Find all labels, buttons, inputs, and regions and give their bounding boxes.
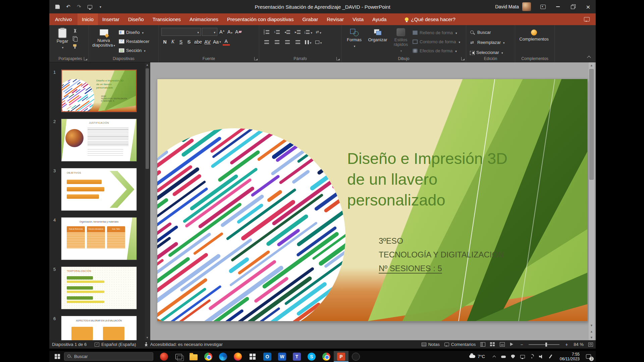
- scroll-up-icon[interactable]: [145, 62, 150, 67]
- font-color-button[interactable]: A: [223, 38, 230, 46]
- slide-thumbnail-4[interactable]: 4 Organización, herramientas y materiale…: [61, 218, 137, 260]
- redo-icon[interactable]: [76, 4, 82, 10]
- restore-button[interactable]: [566, 0, 581, 13]
- network-icon[interactable]: [529, 354, 534, 359]
- bold-button[interactable]: N: [161, 38, 168, 46]
- ribbon-tab-presentacion-con-diapositivas[interactable]: Presentación con diapositivas: [223, 13, 298, 25]
- normal-view-button[interactable]: [480, 342, 485, 347]
- onedrive-icon[interactable]: [501, 354, 506, 359]
- line-spacing-button[interactable]: [304, 28, 313, 36]
- increase-indent-button[interactable]: [293, 28, 302, 36]
- game-launcher-icon[interactable]: [157, 351, 171, 362]
- italic-button[interactable]: K: [169, 38, 176, 46]
- slide-thumbnail-6[interactable]: 6 ASPECTOS A VALORAR EN LA EVALUACIÓN: [61, 316, 137, 340]
- quick-styles-button[interactable]: Estilos rápidos: [391, 27, 411, 55]
- chrome-icon[interactable]: [201, 351, 216, 362]
- slide-thumbnail-1[interactable]: 1 Diseño e Impresión 3D de un llavero pe…: [61, 70, 137, 112]
- font-name-select[interactable]: [161, 28, 201, 36]
- text-direction-button[interactable]: [314, 28, 323, 36]
- slide-thumbnail-2[interactable]: 2 JUSTIFICACIÓN: [61, 119, 137, 161]
- ribbon-tab-diseno[interactable]: Diseño: [124, 13, 148, 25]
- start-button[interactable]: [51, 351, 64, 362]
- decrease-font-size-button[interactable]: A: [226, 28, 233, 36]
- scroll-down-icon[interactable]: [145, 335, 150, 340]
- pen-icon[interactable]: [548, 354, 553, 359]
- replace-button[interactable]: Reemplazar: [469, 38, 506, 47]
- notification-center-button[interactable]: 3: [583, 351, 594, 362]
- addins-button[interactable]: Complementos: [518, 27, 550, 55]
- thumbnail-scrollbar[interactable]: [145, 62, 150, 340]
- scroll-up-icon[interactable]: [589, 62, 594, 68]
- account-name[interactable]: David Mata: [495, 4, 519, 9]
- feedback-button[interactable]: [584, 13, 596, 25]
- copy-icon[interactable]: [72, 36, 78, 41]
- ribbon-tab-transiciones[interactable]: Transiciones: [148, 13, 185, 25]
- undo-icon[interactable]: [65, 4, 71, 10]
- slide-subtitle-text[interactable]: 3ºESO TECNOLOGÍA Y DIGITALIZACIÓN Nº SES…: [379, 234, 504, 275]
- file-explorer-icon[interactable]: [186, 351, 201, 362]
- reset-slide-button[interactable]: Restablecer: [118, 37, 150, 46]
- clipboard-dialog-launcher-icon[interactable]: [84, 57, 87, 60]
- section-button[interactable]: Sección: [118, 46, 150, 55]
- taskbar-search[interactable]: Buscar: [64, 352, 153, 361]
- numbering-button[interactable]: [272, 28, 281, 36]
- save-icon[interactable]: [55, 4, 60, 10]
- decrease-indent-button[interactable]: [283, 28, 292, 36]
- tray-expand-icon[interactable]: [492, 354, 497, 359]
- touch-mode-icon[interactable]: [87, 4, 93, 10]
- change-case-button[interactable]: Aa: [212, 38, 222, 46]
- ribbon-tab-ayuda[interactable]: Ayuda: [368, 13, 391, 25]
- new-slide-button[interactable]: Nuevadiapositiva: [92, 27, 116, 55]
- taskbar-clock[interactable]: 7:55 06/11/2023: [556, 352, 583, 361]
- format-painter-icon[interactable]: [72, 44, 78, 49]
- convert-smartart-button[interactable]: [314, 38, 323, 46]
- drawing-dialog-launcher-icon[interactable]: [461, 57, 465, 60]
- previous-slide-button[interactable]: [589, 328, 594, 334]
- slide-layout-button[interactable]: Diseño: [118, 28, 150, 37]
- shape-outline-button[interactable]: Contorno de forma: [413, 38, 460, 45]
- character-spacing-button[interactable]: AV: [204, 38, 211, 46]
- clear-formatting-button[interactable]: A: [234, 28, 242, 36]
- powerpoint-icon[interactable]: P: [334, 351, 348, 362]
- account-avatar[interactable]: [522, 2, 531, 11]
- cut-icon[interactable]: [72, 28, 78, 34]
- accessibility-status[interactable]: Accesibilidad: es necesario investigar: [144, 342, 223, 347]
- edge-icon[interactable]: [216, 351, 230, 362]
- zoom-level[interactable]: 84 %: [574, 342, 584, 347]
- fit-to-window-icon[interactable]: [588, 343, 593, 347]
- shape-effects-button[interactable]: Efectos de forma: [413, 47, 460, 54]
- thumbnail-4-canvas[interactable]: Organización, herramientas y materiales …: [61, 218, 137, 260]
- ribbon-tab-inicio[interactable]: Inicio: [77, 13, 98, 25]
- next-slide-button[interactable]: [589, 335, 594, 340]
- thumbnail-2-canvas[interactable]: JUSTIFICACIÓN: [61, 119, 137, 161]
- word-icon[interactable]: W: [275, 351, 289, 362]
- ribbon-tab-grabar[interactable]: Grabar: [298, 13, 322, 25]
- columns-button[interactable]: [304, 38, 313, 46]
- thumbnail-5-canvas[interactable]: TEMPORALIZACIÓN: [61, 267, 137, 309]
- teams-icon[interactable]: T: [289, 351, 304, 362]
- text-shadow-button[interactable]: abe: [194, 38, 203, 46]
- bullets-button[interactable]: [262, 28, 271, 36]
- customize-qat-icon[interactable]: [98, 4, 103, 10]
- thumbnail-6-canvas[interactable]: ASPECTOS A VALORAR EN LA EVALUACIÓN: [61, 316, 137, 340]
- vertical-scrollbar[interactable]: [589, 62, 594, 340]
- arrange-button[interactable]: Organizar: [366, 27, 389, 55]
- reading-view-button[interactable]: [500, 342, 505, 347]
- paragraph-dialog-launcher-icon[interactable]: [336, 57, 340, 60]
- slide-title-text[interactable]: Diseño e Impresión 3D de un llavero pers…: [347, 148, 508, 210]
- ribbon-display-options-icon[interactable]: [540, 5, 546, 9]
- thumbnail-3-canvas[interactable]: OBJETIVOS: [61, 168, 137, 210]
- underline-button[interactable]: S: [177, 38, 184, 46]
- scroll-down-icon[interactable]: [589, 322, 594, 328]
- font-size-select[interactable]: [202, 28, 217, 36]
- outlook-icon[interactable]: O: [260, 351, 275, 362]
- strikethrough-button[interactable]: S: [185, 38, 193, 46]
- ribbon-tab-revisar[interactable]: Revisar: [322, 13, 348, 25]
- minimize-button[interactable]: [550, 0, 566, 13]
- find-button[interactable]: Buscar: [469, 28, 506, 37]
- thumbnail-1-canvas[interactable]: Diseño e Impresión 3D de un llavero pers…: [61, 70, 137, 112]
- shape-fill-button[interactable]: Relleno de forma: [413, 29, 460, 36]
- language-status[interactable]: Español (España): [95, 342, 136, 347]
- security-icon[interactable]: [511, 354, 516, 359]
- align-right-button[interactable]: [283, 38, 292, 46]
